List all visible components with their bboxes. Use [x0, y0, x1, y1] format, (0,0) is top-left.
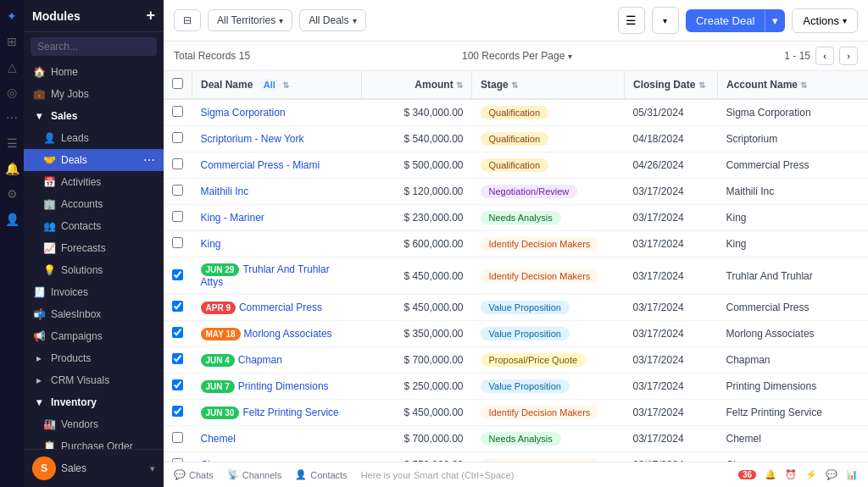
strip-icon-nav6[interactable]: 🔔	[3, 159, 21, 178]
closing-date-cell: 03/17/2024	[625, 347, 718, 374]
view-toggle-chevron-btn[interactable]: ▾	[652, 7, 679, 34]
account-name-cell: Chemel	[718, 426, 869, 452]
strip-icon-nav1[interactable]: ⊞	[3, 32, 21, 51]
contacts-btn[interactable]: 👤 Contacts	[295, 469, 347, 480]
bottom-icon-3[interactable]: ⚡	[805, 469, 817, 480]
select-all-checkbox[interactable]	[172, 78, 183, 89]
row-checkbox[interactable]	[172, 132, 183, 143]
sidebar-item-leads[interactable]: 👤 Leads	[24, 127, 164, 149]
strip-icon-nav7[interactable]: ⚙	[3, 185, 21, 203]
strip-icon-nav4[interactable]: ⋯	[3, 108, 21, 127]
row-checkbox[interactable]	[172, 379, 183, 390]
records-per-page-chevron[interactable]: ▾	[568, 52, 572, 61]
row-checkbox[interactable]	[172, 353, 183, 364]
sidebar-item-crm-visuals[interactable]: ▸ CRM Visuals	[24, 369, 164, 391]
account-name-cell: Commercial Press	[718, 152, 869, 179]
deal-name-text[interactable]: King - Mariner	[201, 212, 264, 224]
strip-icon-nav3[interactable]: ◎	[3, 83, 21, 102]
sidebar-item-activities[interactable]: 📅 Activities	[24, 171, 164, 193]
sidebar-item-forecasts[interactable]: 📈 Forecasts	[24, 237, 164, 259]
deal-name-text[interactable]: Commercial Press	[239, 302, 322, 313]
territory-filter-btn[interactable]: All Territories ▾	[208, 9, 292, 31]
chats-btn[interactable]: 💬 Chats	[174, 469, 214, 480]
row-checkbox-cell	[164, 179, 192, 205]
deal-name-text[interactable]: Maithili Inc	[201, 185, 249, 197]
sidebar-item-invoices[interactable]: 🧾 Invoices	[24, 281, 164, 303]
row-checkbox[interactable]	[172, 211, 183, 222]
stage-badge: Qualification	[481, 106, 549, 119]
deal-name-text[interactable]: Commercial Press - Miami	[201, 159, 320, 171]
sidebar-footer-chevron[interactable]: ▾	[150, 463, 155, 474]
sidebar-label-sales: Sales	[51, 110, 77, 122]
row-checkbox[interactable]	[172, 301, 183, 312]
strip-icon-nav2[interactable]: △	[3, 58, 21, 76]
deal-name-text[interactable]: Chapman	[238, 354, 282, 366]
view-toggle-btn[interactable]: ☰	[618, 7, 645, 34]
sidebar-item-campaigns[interactable]: 📢 Campaigns	[24, 325, 164, 347]
sidebar-item-contacts[interactable]: 👥 Contacts	[24, 215, 164, 237]
col-deal-name[interactable]: Deal Name All ⇅	[192, 71, 362, 99]
col-account-name[interactable]: Account Name ⇅	[718, 71, 869, 99]
row-checkbox[interactable]	[172, 237, 183, 248]
next-page-btn[interactable]: ›	[839, 47, 858, 65]
sidebar-item-accounts[interactable]: 🏢 Accounts	[24, 193, 164, 215]
actions-btn[interactable]: Actions ▾	[792, 8, 858, 33]
deal-name-text[interactable]: Scriptorium - New York	[201, 133, 304, 145]
deal-name-text[interactable]: Feltz Printing Service	[242, 407, 338, 418]
records-per-page[interactable]: 100 Records Per Page ▾	[462, 50, 572, 62]
account-name-sort-icon[interactable]: ⇅	[800, 80, 807, 90]
filter-icon-btn[interactable]: ⊟	[174, 9, 201, 31]
row-checkbox[interactable]	[172, 158, 183, 169]
stage-cell: Negotiation/Review	[472, 179, 625, 205]
sidebar-item-home[interactable]: 🏠 Home	[24, 61, 164, 83]
deal-name-sort-icon[interactable]: ⇅	[282, 80, 289, 90]
sidebar-item-my-jobs[interactable]: 💼 My Jobs	[24, 83, 164, 105]
sidebar-item-purchase-order[interactable]: 📋 Purchase Order	[24, 435, 164, 449]
accounts-icon: 🏢	[42, 197, 56, 211]
strip-icon-logo[interactable]: ✦	[3, 7, 21, 25]
deal-name-text[interactable]: Morlong Associates	[244, 328, 332, 340]
row-checkbox[interactable]	[172, 327, 183, 338]
strip-icon-nav5[interactable]: ☰	[3, 134, 21, 152]
table-row: JUN 7Printing Dimensions$ 250,000.00Valu…	[164, 374, 868, 400]
deal-name-text[interactable]: King	[201, 238, 221, 250]
col-stage[interactable]: Stage ⇅	[472, 71, 625, 99]
col-closing-date[interactable]: Closing Date ⇅	[625, 71, 718, 99]
sidebar-item-solutions[interactable]: 💡 Solutions	[24, 259, 164, 281]
add-module-icon[interactable]: +	[146, 7, 155, 25]
col-amount[interactable]: Amount ⇅	[362, 71, 472, 99]
sidebar-item-inventory[interactable]: ▾ Inventory	[24, 391, 164, 413]
amount-sort-icon[interactable]: ⇅	[456, 80, 463, 90]
row-checkbox[interactable]	[172, 185, 183, 196]
row-checkbox[interactable]	[172, 406, 183, 417]
avatar[interactable]: S	[32, 457, 56, 480]
deal-name-text[interactable]: Sigma Corporation	[201, 107, 286, 119]
bottom-icon-4[interactable]: 💬	[826, 469, 837, 480]
stage-cell: Qualification	[472, 152, 625, 179]
strip-icon-profile[interactable]: 👤	[3, 210, 21, 229]
sidebar-item-deals[interactable]: 🤝 Deals ⋯	[24, 149, 164, 171]
prev-page-btn[interactable]: ‹	[815, 47, 834, 65]
closing-date-sort-icon[interactable]: ⇅	[698, 80, 705, 90]
row-checkbox[interactable]	[172, 432, 183, 443]
deal-name-text[interactable]: Chemel	[201, 433, 236, 445]
deals-filter-btn[interactable]: All Deals ▾	[299, 9, 365, 31]
row-checkbox[interactable]	[172, 106, 183, 117]
bottom-icon-5[interactable]: 📊	[846, 469, 858, 480]
deals-more-icon[interactable]: ⋯	[143, 153, 155, 167]
row-checkbox[interactable]	[172, 269, 183, 280]
sidebar-item-vendors[interactable]: 🏭 Vendors	[24, 413, 164, 435]
stage-sort-icon[interactable]: ⇅	[511, 80, 518, 90]
bottom-icon-2[interactable]: ⏰	[785, 469, 797, 480]
sidebar-search-input[interactable]	[31, 37, 157, 56]
channels-btn[interactable]: 📡 Channels	[227, 469, 281, 480]
sidebar-item-salesinbox[interactable]: 📬 SalesInbox	[24, 303, 164, 325]
deal-name-filter-badge[interactable]: All	[259, 79, 280, 91]
create-deal-btn[interactable]: Create Deal ▾	[686, 9, 785, 32]
create-deal-arrow-icon[interactable]: ▾	[765, 9, 785, 32]
deal-name-text[interactable]: Printing Dimensions	[238, 380, 329, 392]
sidebar-item-products[interactable]: ▸ Products	[24, 347, 164, 369]
bottom-icon-1[interactable]: 🔔	[765, 469, 776, 480]
sidebar-search-container	[24, 32, 164, 61]
sidebar-item-sales[interactable]: ▾ Sales	[24, 105, 164, 127]
